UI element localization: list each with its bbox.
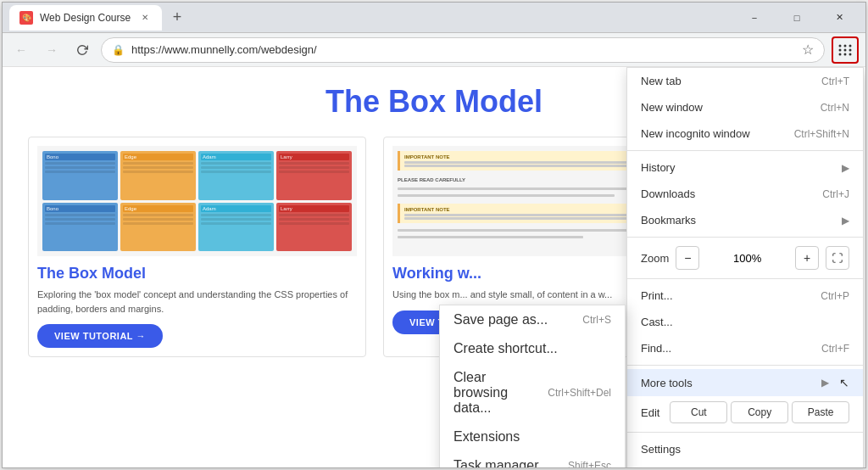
paste-button[interactable]: Paste <box>792 401 849 423</box>
back-button[interactable]: ← <box>9 38 33 62</box>
menu-divider-2 <box>627 237 863 238</box>
tab-favicon: 🎨 <box>19 11 33 25</box>
card-box-model: Bono Edge Adam Larry <box>28 137 366 357</box>
svg-point-2 <box>849 44 852 47</box>
context-task-manager[interactable]: Task manager Shift+Esc <box>440 451 625 467</box>
menu-print[interactable]: Print... Ctrl+P <box>627 283 863 309</box>
context-clear-data[interactable]: Clear browsing data... Ctrl+Shift+Del <box>440 363 625 422</box>
card2-view-button[interactable]: VIEW TUT... <box>392 311 482 334</box>
browser-window: 🎨 Web Design Course ✕ + − □ ✕ ← → 🔒 http… <box>2 2 866 468</box>
menu-cast[interactable]: Cast... <box>627 309 863 335</box>
zoom-in-button[interactable]: + <box>795 246 819 270</box>
svg-point-6 <box>839 53 842 55</box>
zoom-label: Zoom <box>641 252 669 265</box>
address-bar: ← → 🔒 https://www.munnelly.com/webdesign… <box>3 33 865 67</box>
menu-divider-5 <box>627 432 863 433</box>
svg-point-4 <box>844 48 847 51</box>
svg-point-1 <box>844 44 847 47</box>
menu-divider-4 <box>627 365 863 366</box>
menu-zoom-row: Zoom − 100% + <box>627 241 863 275</box>
menu-divider-3 <box>627 278 863 279</box>
card1-heading: The Box Model <box>37 265 357 283</box>
menu-bookmarks[interactable]: Bookmarks ▶ <box>627 207 863 233</box>
menu-downloads[interactable]: Downloads Ctrl+J <box>627 181 863 207</box>
card1-thumbnail: Bono Edge Adam Larry <box>37 146 357 256</box>
window-controls: − □ ✕ <box>735 5 859 31</box>
svg-point-3 <box>839 48 842 51</box>
zoom-fullscreen-button[interactable] <box>826 246 849 270</box>
svg-point-7 <box>844 53 847 55</box>
menu-settings[interactable]: Settings <box>627 436 863 462</box>
svg-point-8 <box>849 53 852 55</box>
url-text: https://www.munnelly.com/webdesign/ <box>131 43 795 56</box>
menu-more-tools[interactable]: More tools ▶ ↖ <box>627 369 863 396</box>
menu-divider-1 <box>627 150 863 151</box>
svg-point-0 <box>839 44 842 47</box>
lock-icon: 🔒 <box>112 44 125 56</box>
card1-desc: Exploring the 'box model' concept and un… <box>37 288 357 316</box>
close-button[interactable]: ✕ <box>820 5 859 31</box>
zoom-value: 100% <box>706 252 788 265</box>
menu-new-window[interactable]: New window Ctrl+N <box>627 94 863 120</box>
page-title: The Box Model <box>326 84 542 120</box>
card1-view-button[interactable]: VIEW TUTORIAL → <box>37 324 163 348</box>
forward-button[interactable]: → <box>40 38 64 62</box>
zoom-out-button[interactable]: − <box>676 246 699 270</box>
copy-button[interactable]: Copy <box>731 401 788 423</box>
page-content: The Box Model Bono Edge <box>3 67 865 467</box>
bookmark-star-icon[interactable]: ☆ <box>802 42 814 58</box>
menu-find[interactable]: Find... Ctrl+F <box>627 335 863 361</box>
new-tab-button[interactable]: + <box>165 6 189 30</box>
context-extensions[interactable]: Extensions <box>440 422 625 451</box>
tab-close-button[interactable]: ✕ <box>138 11 152 25</box>
maximize-button[interactable]: □ <box>777 5 816 31</box>
cut-button[interactable]: Cut <box>670 401 727 423</box>
edit-label: Edit <box>641 406 659 419</box>
menu-new-tab[interactable]: New tab Ctrl+T <box>627 68 863 94</box>
svg-point-5 <box>849 48 852 51</box>
minimize-button[interactable]: − <box>735 5 774 31</box>
menu-help[interactable]: Help ▶ <box>627 462 863 467</box>
menu-history[interactable]: History ▶ <box>627 154 863 181</box>
url-bar[interactable]: 🔒 https://www.munnelly.com/webdesign/ ☆ <box>101 37 825 63</box>
chrome-menu-button[interactable] <box>832 36 859 64</box>
refresh-button[interactable] <box>70 38 94 62</box>
menu-new-incognito[interactable]: New incognito window Ctrl+Shift+N <box>627 120 863 147</box>
browser-tab[interactable]: 🎨 Web Design Course ✕ <box>9 5 162 31</box>
title-bar: 🎨 Web Design Course ✕ + − □ ✕ <box>3 3 865 33</box>
tab-title: Web Design Course <box>40 12 131 24</box>
chrome-dropdown-menu: New tab Ctrl+T New window Ctrl+N New inc… <box>626 67 864 467</box>
menu-edit-row: Edit Cut Copy Paste <box>627 396 863 428</box>
